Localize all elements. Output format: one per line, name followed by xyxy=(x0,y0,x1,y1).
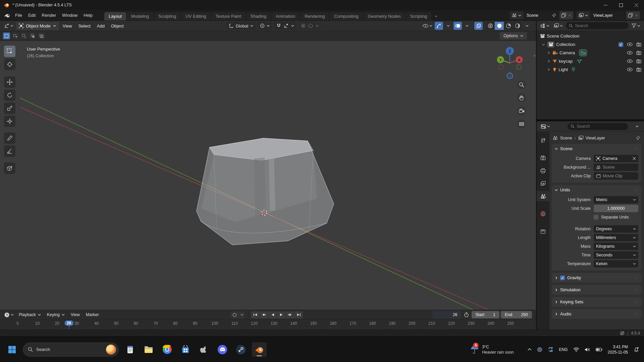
camera-data-icon[interactable] xyxy=(579,50,587,56)
unit-scale-slider[interactable]: 1.000000 xyxy=(594,205,638,212)
tab-world-properties[interactable] xyxy=(537,209,549,219)
tab-uv-editing[interactable]: UV Editing xyxy=(181,12,210,20)
tab-layout[interactable]: Layout xyxy=(104,12,126,20)
disable-render-camera-icon[interactable] xyxy=(636,59,641,63)
tool-scale[interactable] xyxy=(4,103,15,114)
proportional-editing-controls[interactable] xyxy=(299,22,321,30)
properties-search-input[interactable]: Search xyxy=(568,123,628,130)
tool-measure[interactable] xyxy=(4,145,15,157)
expand-chevron-icon[interactable] xyxy=(547,60,551,63)
collection-checkbox[interactable]: ✓ xyxy=(619,42,623,47)
menu-render[interactable]: Render xyxy=(39,11,59,19)
tool-annotate[interactable] xyxy=(4,132,15,144)
xray-toggle[interactable] xyxy=(474,22,483,30)
scene-browse-button[interactable] xyxy=(510,11,523,19)
add-workspace-button[interactable]: + xyxy=(432,12,440,20)
tool-select-box[interactable] xyxy=(4,46,15,57)
battery-icon[interactable] xyxy=(596,348,602,352)
disable-render-camera-icon[interactable] xyxy=(636,51,641,55)
tab-modeling[interactable]: Modeling xyxy=(127,12,153,20)
scene-camera-field[interactable]: Camera xyxy=(594,155,638,162)
mesh-data-icon[interactable] xyxy=(576,58,583,64)
gizmo-x-neg[interactable] xyxy=(499,65,503,69)
clock-widget[interactable]: 3:41 PM 2025-11-05 xyxy=(608,344,628,355)
tab-shading[interactable]: Shading xyxy=(246,12,271,20)
unit-system-dropdown[interactable]: Metric xyxy=(594,196,638,203)
tab-sculpting[interactable]: Sculpting xyxy=(154,12,180,20)
close-button[interactable] xyxy=(629,0,644,10)
panel-grip[interactable]: ∷∷ xyxy=(634,188,638,192)
timeline-editor-type-button[interactable] xyxy=(3,311,15,319)
panel-grip[interactable]: ∷∷ xyxy=(634,312,638,316)
ortho-grid-icon[interactable] xyxy=(517,120,526,128)
current-frame-field[interactable]: 26 xyxy=(432,311,461,318)
gizmo-dropdown[interactable] xyxy=(444,22,452,30)
pin-icon[interactable] xyxy=(636,136,640,140)
tab-compositing[interactable]: Compositing xyxy=(330,12,363,20)
panel-grip[interactable]: ∷∷ xyxy=(634,147,638,150)
language-indicator[interactable]: ENG xyxy=(559,347,568,352)
jump-to-end-button[interactable] xyxy=(294,311,303,318)
tab-output-properties[interactable] xyxy=(537,166,549,176)
auto-key-record-button[interactable] xyxy=(230,311,239,318)
app-chrome[interactable] xyxy=(160,342,174,357)
breadcrumb-viewlayer[interactable]: ViewLayer xyxy=(586,136,605,140)
navigation-gizmo[interactable]: Z Y X xyxy=(493,46,527,84)
start-button[interactable] xyxy=(5,342,19,357)
menu-select[interactable]: Select xyxy=(76,23,93,28)
menu-object[interactable]: Object xyxy=(108,23,126,28)
menu-timeline-view[interactable]: View xyxy=(68,312,82,317)
play-reverse-button[interactable] xyxy=(268,311,277,318)
mode-selector[interactable]: Object Mode xyxy=(16,22,59,30)
select-mode-invert-button[interactable] xyxy=(29,33,36,39)
temperature-dropdown[interactable]: Kelvin xyxy=(594,260,638,267)
light-data-icon[interactable] xyxy=(570,66,577,73)
menu-file[interactable]: File xyxy=(12,11,25,19)
menu-view[interactable]: View xyxy=(60,23,75,28)
maximize-button[interactable] xyxy=(613,0,629,10)
properties-options-dropdown[interactable] xyxy=(633,122,641,130)
search-highlight-icon[interactable] xyxy=(106,345,116,355)
viewlayer-name-field[interactable]: ViewLayer xyxy=(590,11,626,19)
weather-widget[interactable]: 5 3°C Heavier rain soon xyxy=(470,344,514,355)
tool-move[interactable] xyxy=(4,76,15,88)
tab-texture-paint[interactable]: Texture Paint xyxy=(211,12,246,20)
properties-editor-type-button[interactable] xyxy=(539,122,551,130)
disable-render-camera-icon[interactable] xyxy=(636,42,641,47)
panel-grip[interactable]: ∷∷ xyxy=(634,288,638,292)
time-dropdown[interactable]: Seconds xyxy=(594,251,638,259)
tool-cursor[interactable] xyxy=(4,59,15,70)
show-gizmo-toggle[interactable] xyxy=(435,22,443,30)
snap-target-icon[interactable] xyxy=(284,23,288,28)
overlays-dropdown[interactable] xyxy=(463,22,471,30)
menu-keying[interactable]: Keying xyxy=(45,312,67,317)
tool-rotate[interactable] xyxy=(4,89,15,101)
mass-dropdown[interactable]: Kilograms xyxy=(594,243,638,250)
playhead-frame-badge[interactable]: 26 xyxy=(64,320,73,326)
remove-viewlayer-icon[interactable]: × xyxy=(635,13,638,18)
viewport-3d[interactable]: User Perspective (26) Collection xyxy=(0,41,536,310)
tab-animation[interactable]: Animation xyxy=(271,12,300,20)
use-preview-range-icon[interactable] xyxy=(464,312,469,317)
outliner-display-mode-button[interactable] xyxy=(552,22,564,30)
shading-material-button[interactable] xyxy=(504,22,513,30)
select-mode-extend-button[interactable] xyxy=(12,33,19,39)
app-apple[interactable] xyxy=(197,342,211,357)
app-notepad[interactable] xyxy=(123,342,138,357)
outliner-row-camera[interactable]: Camera xyxy=(537,49,644,57)
menu-edit[interactable]: Edit xyxy=(25,11,39,19)
rotation-dropdown[interactable]: Degrees xyxy=(594,225,638,233)
tab-scene-properties[interactable] xyxy=(537,191,549,201)
scene-name-field[interactable]: Scene xyxy=(523,11,559,19)
hide-eye-icon[interactable] xyxy=(627,59,633,63)
timeline-ruler[interactable]: 0102030405060708090100110120130140150160… xyxy=(0,319,536,329)
outliner-row-collection[interactable]: Collection ✓ xyxy=(537,40,644,49)
tab-scripting[interactable]: Scripting xyxy=(406,12,432,20)
outliner-filter-button[interactable] xyxy=(630,22,642,30)
select-mode-intersect-button[interactable] xyxy=(38,33,45,39)
tab-rendering[interactable]: Rendering xyxy=(300,12,329,20)
viewlayer-browse-button[interactable] xyxy=(577,11,590,19)
app-discord[interactable] xyxy=(215,342,230,357)
audio-panel-header[interactable]: Audio ∷∷ xyxy=(552,309,641,319)
menu-help[interactable]: Help xyxy=(80,11,96,19)
